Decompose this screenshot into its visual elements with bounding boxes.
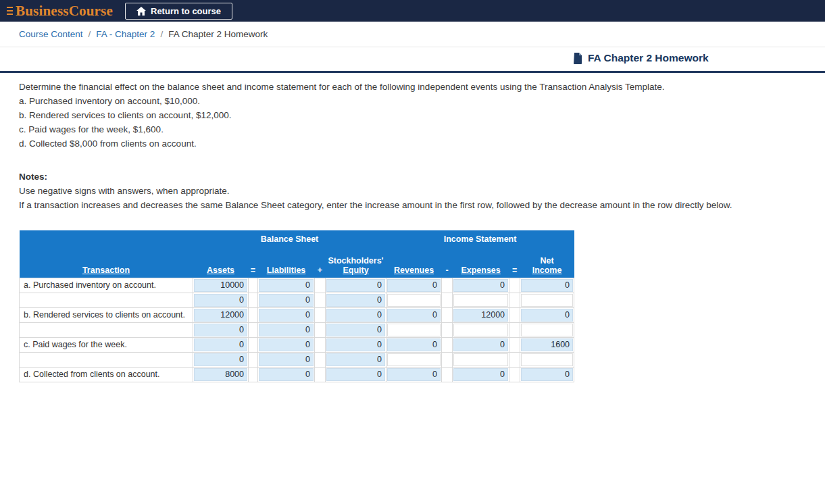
breadcrumb-current: FA Chapter 2 Homework	[168, 29, 268, 39]
transaction-label-cell: d. Collected from clients on account.	[20, 367, 193, 382]
assets-cell	[193, 322, 249, 337]
table-row: b. Rendered services to clients on accou…	[20, 307, 574, 322]
net-income-input[interactable]	[521, 338, 573, 351]
header-assets: Assets	[193, 245, 249, 278]
assets-input[interactable]	[194, 324, 247, 336]
liabilities-input[interactable]	[259, 294, 314, 307]
separator-cell	[315, 337, 326, 352]
transaction-label-cell	[20, 352, 193, 367]
revenues-input[interactable]	[387, 279, 441, 292]
return-to-course-button[interactable]: Return to course	[125, 3, 232, 20]
equity-input[interactable]	[326, 353, 385, 366]
header-revenues: Revenues	[386, 245, 442, 278]
expenses-input[interactable]	[453, 309, 508, 322]
separator-cell	[249, 322, 258, 337]
header-balance-sheet: Balance Sheet	[193, 230, 386, 245]
instruction-item-b: b. Rendered services to clients on accou…	[19, 108, 806, 122]
separator-cell	[315, 293, 326, 307]
header-liabilities: Liabilities	[258, 245, 315, 278]
net-income-empty-cell	[520, 352, 574, 367]
liabilities-input[interactable]	[259, 338, 314, 351]
expenses-input[interactable]	[453, 279, 508, 292]
separator-cell	[509, 307, 520, 322]
separator-cell	[442, 307, 453, 322]
equity-cell	[326, 293, 386, 307]
net-income-input[interactable]	[521, 368, 573, 381]
table-group-header-row: Balance Sheet Income Statement	[20, 230, 574, 245]
equity-input[interactable]	[326, 324, 385, 336]
assets-input[interactable]	[194, 279, 247, 292]
breadcrumb-chapter[interactable]: FA - Chapter 2	[96, 29, 155, 39]
expenses-cell	[453, 307, 509, 322]
liabilities-input[interactable]	[259, 279, 314, 292]
assets-input[interactable]	[194, 309, 247, 322]
assets-input[interactable]	[194, 338, 247, 351]
equity-cell	[326, 337, 386, 352]
revenues-input[interactable]	[387, 338, 441, 351]
expenses-input[interactable]	[453, 368, 508, 381]
liabilities-input[interactable]	[259, 324, 314, 336]
breadcrumb-separator: /	[160, 29, 163, 39]
equity-cell	[326, 307, 386, 322]
header-income-statement: Income Statement	[386, 230, 574, 245]
net-income-input[interactable]	[521, 279, 573, 292]
assets-input[interactable]	[194, 368, 247, 381]
separator-cell	[509, 352, 520, 367]
instruction-item-a: a. Purchased inventory on account, $10,0…	[19, 94, 806, 108]
table-row: d. Collected from clients on account.	[20, 367, 574, 382]
transaction-table-body: a. Purchased inventory on account.b. Ren…	[20, 278, 574, 382]
net-income-input[interactable]	[521, 309, 573, 322]
table-row	[20, 293, 574, 307]
separator-cell	[509, 367, 520, 382]
equity-input[interactable]	[326, 309, 385, 322]
separator-cell	[249, 278, 258, 293]
equity-input[interactable]	[326, 279, 385, 292]
note-2: If a transaction increases and decreases…	[19, 198, 806, 212]
net_income-cell	[520, 307, 574, 322]
breadcrumb-course-content[interactable]: Course Content	[19, 29, 83, 39]
equity-cell	[326, 367, 386, 382]
revenues-empty-cell	[386, 293, 442, 307]
assets-input[interactable]	[194, 353, 247, 366]
equity-input[interactable]	[326, 368, 385, 381]
expenses-empty-cell	[453, 322, 509, 337]
liabilities-cell	[258, 293, 315, 307]
header-net-income: Net Income	[520, 245, 574, 278]
liabilities-input[interactable]	[259, 353, 314, 366]
liabilities-cell	[258, 352, 315, 367]
separator-cell	[509, 322, 520, 337]
expenses-cell	[453, 337, 509, 352]
header-equals-2: =	[509, 245, 520, 278]
net_income-cell	[520, 337, 574, 352]
equity-cell	[326, 322, 386, 337]
equity-input[interactable]	[326, 294, 385, 307]
transaction-label-cell: a. Purchased inventory on account.	[20, 278, 193, 293]
brand-logo[interactable]: BusinessCourse	[7, 4, 113, 18]
separator-cell	[315, 322, 326, 337]
liabilities-input[interactable]	[259, 309, 314, 322]
expenses-input[interactable]	[453, 338, 508, 351]
separator-cell	[315, 278, 326, 293]
brand-text: BusinessCourse	[16, 4, 113, 18]
revenues-cell	[386, 278, 442, 293]
page-title-text: FA Chapter 2 Homework	[588, 52, 709, 64]
transaction-label-cell	[20, 322, 193, 337]
assets-cell	[193, 293, 249, 307]
revenues-input[interactable]	[387, 309, 441, 322]
revenues-empty-cell	[386, 322, 442, 337]
liabilities-input[interactable]	[259, 368, 314, 381]
equity-input[interactable]	[326, 338, 385, 351]
instructions-intro: Determine the financial effect on the ba…	[19, 80, 806, 94]
separator-cell	[442, 278, 453, 293]
revenues-input[interactable]	[387, 368, 441, 381]
document-icon	[573, 53, 582, 64]
revenues-cell	[386, 337, 442, 352]
separator-cell	[442, 367, 453, 382]
separator-cell	[249, 337, 258, 352]
table-row: a. Purchased inventory on account.	[20, 278, 574, 293]
separator-cell	[442, 352, 453, 367]
equity-cell	[326, 352, 386, 367]
assets-input[interactable]	[194, 294, 247, 307]
liabilities-cell	[258, 367, 315, 382]
separator-cell	[442, 322, 453, 337]
